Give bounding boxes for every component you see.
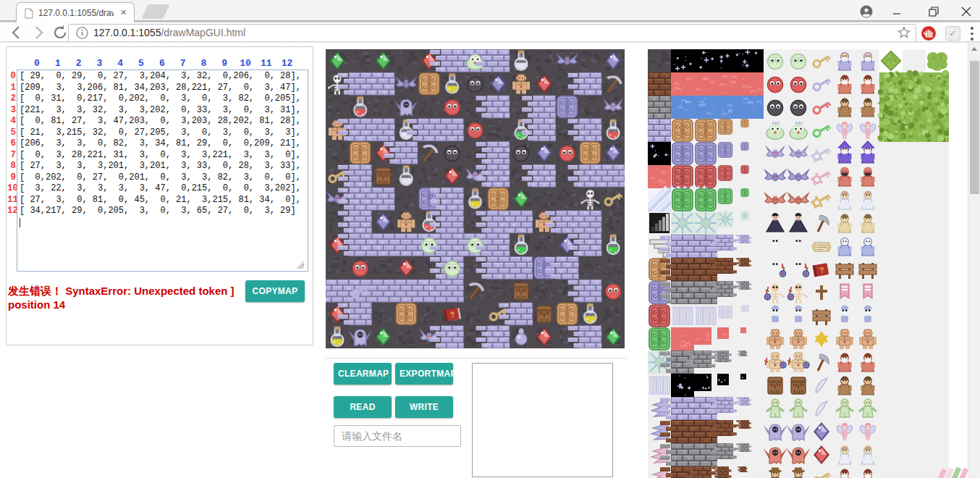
col-header: 2 — [72, 58, 86, 69]
profile-avatar-icon[interactable] — [860, 5, 873, 18]
close-window-button[interactable] — [961, 4, 980, 19]
separator-line — [326, 358, 626, 358]
col-header: 5 — [134, 58, 148, 69]
col-header: 11 — [259, 58, 274, 69]
col-header: 7 — [176, 58, 190, 69]
browser-window: 127.0.0.1:1055/drawMa ✕ 127.0.0.1:1055/d… — [0, 0, 980, 478]
bookmark-star-icon[interactable] — [897, 26, 911, 39]
url-path: /drawMapGUI.html — [161, 27, 245, 38]
page-scrollbar[interactable] — [968, 43, 980, 478]
minimize-button[interactable] — [892, 4, 913, 19]
restore-button[interactable] — [929, 4, 949, 19]
row-label: 2 — [7, 93, 16, 105]
error-message: 发生错误！ SyntaxError: Unexpected token ] po… — [8, 284, 254, 311]
extension-hand-icon[interactable] — [921, 25, 937, 41]
row-label: 10 — [7, 183, 16, 195]
new-tab-button[interactable] — [141, 4, 170, 19]
col-header: 6 — [155, 58, 169, 69]
copymap-button[interactable]: COPYMAP — [245, 280, 305, 302]
browser-tab[interactable]: 127.0.0.1:1055/drawMa ✕ — [16, 2, 135, 22]
col-header: 0 — [30, 58, 44, 69]
textarea-resize-grip[interactable] — [297, 261, 304, 269]
clearmap-button[interactable]: CLEARMAP — [334, 363, 392, 385]
write-button[interactable]: WRITE — [395, 396, 453, 418]
col-header: 8 — [196, 58, 211, 69]
read-button[interactable]: READ — [334, 396, 392, 418]
exportmap-button[interactable]: EXPORTMAP — [395, 363, 453, 385]
row-label: 9 — [7, 172, 16, 184]
map-canvas[interactable] — [326, 49, 625, 348]
url-host: 127.0.0.1:1055 — [93, 27, 161, 38]
row-label: 0 — [7, 71, 16, 83]
reload-icon[interactable] — [52, 25, 68, 41]
row-label: 5 — [7, 127, 16, 139]
error-line-1: 发生错误！ SyntaxError: Unexpected token ] — [8, 284, 254, 298]
back-icon[interactable] — [9, 25, 25, 41]
error-line-2: position 14 — [8, 298, 254, 311]
tab-close-icon[interactable]: ✕ — [119, 8, 128, 17]
filename-input[interactable] — [334, 425, 461, 447]
col-header: 12 — [280, 58, 295, 69]
row-label: 12 — [7, 206, 16, 217]
row-label: 3 — [7, 105, 16, 117]
row-label: 8 — [7, 161, 16, 172]
page-content: 0123456789101112 0123456789101112 发生错误！ … — [0, 43, 980, 478]
matrix-textarea[interactable] — [17, 70, 308, 272]
row-label: 11 — [7, 195, 16, 206]
row-label: 7 — [7, 150, 16, 162]
col-header: 4 — [113, 58, 127, 69]
matrix-editor-panel: 0123456789101112 0123456789101112 发生错误！ … — [6, 46, 313, 345]
col-header: 3 — [92, 58, 106, 69]
col-header: 1 — [51, 58, 65, 69]
scrollbar-up-arrow[interactable] — [968, 43, 980, 54]
extension-check-icon[interactable]: ✓ — [945, 26, 960, 41]
tabstrip-border — [0, 20, 980, 22]
url-text: 127.0.0.1:1055/drawMapGUI.html — [93, 27, 245, 38]
forward-icon[interactable] — [30, 25, 46, 41]
col-header: 10 — [238, 58, 253, 69]
row-label: 6 — [7, 138, 16, 150]
col-header: 9 — [217, 58, 232, 69]
info-icon[interactable] — [76, 27, 88, 39]
page-icon — [24, 8, 34, 19]
row-label: 1 — [7, 83, 16, 94]
tileset-palette-canvas[interactable] — [648, 49, 949, 478]
tab-title: 127.0.0.1:1055/drawMa — [38, 8, 114, 19]
row-label: 4 — [7, 116, 16, 127]
scrollbar-thumb[interactable] — [970, 61, 979, 194]
browser-titlebar: 127.0.0.1:1055/drawMa ✕ — [0, 0, 980, 22]
output-box[interactable] — [472, 363, 613, 477]
address-bar[interactable]: 127.0.0.1:1055/drawMapGUI.html — [68, 24, 916, 42]
